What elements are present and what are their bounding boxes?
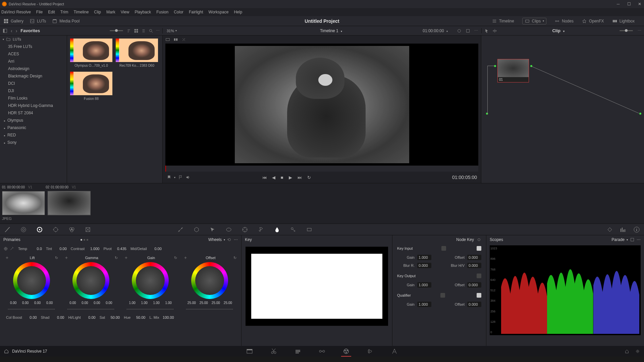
sat-value[interactable]: 50.00 (106, 315, 120, 319)
tree-item[interactable]: Sony (0, 139, 67, 146)
lift-master-slider[interactable] (8, 307, 55, 311)
gain-color-wheel[interactable] (132, 262, 169, 299)
luts-toggle[interactable]: LUTs (30, 19, 46, 23)
menu-trim[interactable]: Trim (60, 10, 68, 14)
more-options-icon[interactable]: ⋯ (156, 28, 160, 33)
nodes-toggle[interactable]: Nodes (554, 19, 574, 23)
loop-button[interactable]: ↻ (307, 175, 311, 180)
wheel-num[interactable]: 1.00 (139, 301, 149, 305)
value-input[interactable]: 0.000 (467, 302, 481, 307)
temp-value[interactable]: 0.0 (29, 247, 42, 251)
viewer-zoom[interactable]: 31% ▾ (163, 29, 181, 33)
key-icon[interactable] (290, 226, 297, 233)
clip-thumbnail-active[interactable] (48, 191, 91, 215)
color-wheels-icon[interactable] (20, 226, 27, 233)
first-frame-button[interactable]: ⏮ (262, 175, 267, 180)
tree-item[interactable]: Film Looks (0, 95, 67, 102)
pointer-icon[interactable] (484, 28, 489, 33)
middetail-value[interactable]: 0.00 (148, 247, 162, 251)
panel-options-icon[interactable]: ⋯ (234, 237, 238, 242)
wheel-reset-icon[interactable]: ↻ (174, 256, 177, 260)
primaries-pager[interactable] (80, 239, 88, 241)
play-button[interactable]: ▶ (289, 175, 292, 180)
wheel-num[interactable]: 25.00 (211, 301, 221, 305)
sort-icon[interactable] (126, 28, 131, 33)
menu-mark[interactable]: Mark (106, 10, 115, 14)
value-input[interactable]: 0.000 (417, 263, 431, 268)
close-button[interactable]: ✕ (637, 2, 642, 6)
menu-workspace[interactable]: Workspace (209, 10, 229, 14)
timecode-dropdown[interactable]: 01:00:00:00 ▾ (423, 28, 448, 33)
cut-page-icon[interactable] (270, 348, 277, 355)
blur-icon[interactable] (274, 226, 280, 233)
magic-mask-icon[interactable] (258, 226, 264, 233)
wheel-picker-icon[interactable] (64, 255, 69, 260)
scopes-icon[interactable] (620, 226, 627, 233)
lmix-value[interactable]: 100.00 (161, 315, 174, 319)
wheel-num[interactable]: 25.00 (186, 301, 197, 305)
edit-page-icon[interactable] (294, 348, 302, 355)
clips-toggle[interactable]: Clips ▾ (522, 18, 547, 24)
contrast-value[interactable]: 1.000 (86, 247, 99, 251)
media-page-icon[interactable] (246, 348, 253, 355)
maximize-button[interactable]: ☐ (627, 2, 631, 6)
tree-item[interactable]: Blackmagic Design (0, 72, 67, 80)
wheel-num[interactable]: 25.00 (199, 301, 209, 305)
wheel-picker-icon[interactable] (183, 255, 188, 260)
wheel-reset-icon[interactable]: ↻ (115, 256, 118, 260)
gain-master-slider[interactable] (127, 307, 174, 311)
colboost-value[interactable]: 0.00 (23, 315, 37, 319)
window-icon[interactable] (225, 226, 232, 233)
wheel-num[interactable]: 1.00 (127, 301, 137, 305)
pivot-value[interactable]: 0.435 (113, 247, 126, 251)
primary-wheels-icon[interactable] (36, 226, 43, 233)
wheel-num[interactable]: 0.00 (92, 301, 102, 305)
viewer-options-icon[interactable]: ⋯ (474, 28, 478, 33)
list-view-icon[interactable] (141, 28, 146, 33)
tree-item[interactable]: DCI (0, 80, 67, 87)
invert-toggle[interactable] (440, 293, 445, 298)
chevron-down-icon[interactable]: ▾ (224, 238, 225, 241)
motion-effects-icon[interactable] (85, 226, 91, 233)
gamma-master-slider[interactable] (67, 307, 114, 311)
menu-davinci[interactable]: DaVinci Resolve (1, 10, 31, 14)
value-input[interactable]: 0.000 (467, 255, 481, 260)
wheel-num[interactable]: 1.00 (151, 301, 161, 305)
bypass-icon[interactable] (457, 28, 462, 33)
deliver-page-icon[interactable] (391, 348, 398, 355)
openfx-toggle[interactable]: OpenFX (582, 19, 604, 23)
graph-output-icon[interactable] (639, 113, 641, 115)
project-settings-icon[interactable] (635, 349, 640, 354)
menu-edit[interactable]: Edit (48, 10, 55, 14)
info-icon[interactable] (633, 226, 640, 233)
lut-thumb[interactable]: Fusion 88 (70, 71, 113, 102)
search-icon[interactable] (149, 28, 153, 33)
hue-value[interactable]: 50.00 (132, 315, 145, 319)
menu-timeline[interactable]: Timeline (73, 10, 89, 14)
keyframes-icon[interactable] (606, 226, 613, 233)
value-input[interactable]: 1.000 (417, 255, 431, 260)
tint-value[interactable]: 0.00 (53, 247, 67, 251)
value-input[interactable]: 0.000 (467, 263, 481, 268)
project-home-icon[interactable] (625, 349, 629, 354)
chevron-down-icon[interactable]: ▾ (174, 176, 175, 179)
color-page-icon[interactable] (342, 348, 350, 355)
nav-back[interactable]: ‹ (11, 28, 12, 34)
lut-thumb[interactable]: Olympus O...709_v1.0 (70, 38, 113, 69)
timeline-name-dropdown[interactable]: Timeline 1 ▾ (320, 28, 342, 33)
color-warper-icon[interactable] (193, 226, 200, 233)
menu-color[interactable]: Color (174, 10, 183, 14)
prev-frame-button[interactable]: ◀ (272, 175, 275, 180)
home-icon[interactable] (4, 349, 9, 354)
menu-view[interactable]: View (121, 10, 129, 14)
offset-master-slider[interactable] (186, 307, 233, 311)
pick-white-icon[interactable] (9, 246, 14, 251)
expand-icon[interactable] (630, 237, 635, 242)
highlight-icon[interactable] (181, 37, 186, 42)
sizing-icon[interactable] (306, 226, 313, 233)
node-input-icon[interactable] (494, 65, 496, 67)
node-zoom-slider[interactable] (620, 30, 633, 31)
rgb-mixer-icon[interactable] (68, 226, 75, 233)
wheel-num[interactable]: 0.00 (8, 301, 18, 305)
pan-icon[interactable] (492, 28, 497, 33)
